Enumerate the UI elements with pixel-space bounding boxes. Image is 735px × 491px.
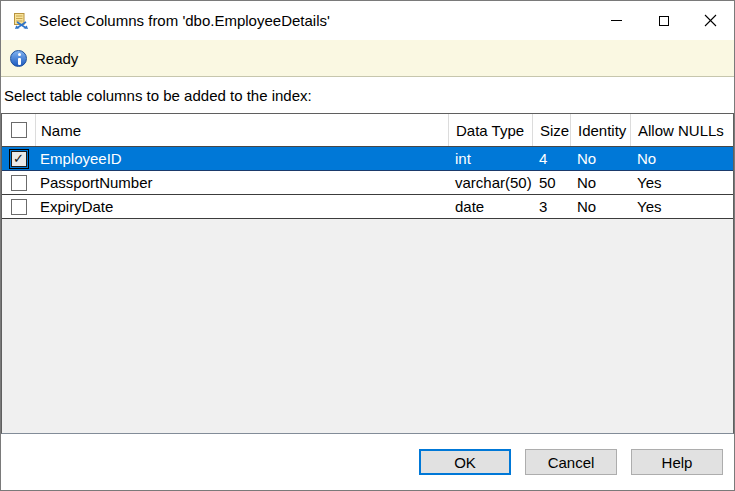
status-bar: Ready — [1, 40, 734, 77]
cell-allow-nulls: No — [630, 147, 733, 170]
cell-data-type: varchar(50) — [448, 171, 532, 194]
row-checkbox-cell[interactable]: ✓ — [2, 147, 35, 170]
grid-header-row: Name Data Type Size Identity Allow NULLs — [2, 114, 733, 147]
header-size[interactable]: Size — [532, 114, 570, 146]
row-checkbox[interactable] — [11, 199, 27, 215]
cell-size: 4 — [532, 147, 570, 170]
status-text: Ready — [35, 50, 78, 67]
cell-allow-nulls: Yes — [630, 171, 733, 194]
row-checkbox[interactable]: ✓ — [11, 151, 27, 167]
select-all-checkbox[interactable] — [11, 122, 27, 138]
close-icon — [704, 14, 717, 27]
cell-data-type: date — [448, 195, 532, 218]
cell-data-type: int — [448, 147, 532, 170]
cell-identity: No — [570, 147, 630, 170]
cell-identity: No — [570, 195, 630, 218]
header-name[interactable]: Name — [35, 114, 448, 146]
header-data-type[interactable]: Data Type — [448, 114, 532, 146]
cell-name: PassportNumber — [35, 171, 448, 194]
window-controls — [593, 1, 734, 40]
table-row-passportnumber[interactable]: PassportNumber varchar(50) 50 No Yes — [2, 171, 733, 195]
button-panel: OK Cancel Help — [1, 434, 734, 490]
select-columns-dialog: Select Columns from 'dbo.EmployeeDetails… — [0, 0, 735, 491]
maximize-button[interactable] — [640, 1, 687, 40]
row-checkbox-cell[interactable] — [2, 195, 35, 218]
table-row-expirydate[interactable]: ExpiryDate date 3 No Yes — [2, 195, 733, 219]
index-columns-icon — [13, 13, 29, 29]
instruction-label: Select table columns to be added to the … — [4, 87, 312, 104]
row-checkbox-cell[interactable] — [2, 171, 35, 194]
help-button[interactable]: Help — [631, 449, 723, 475]
columns-grid: Name Data Type Size Identity Allow NULLs… — [1, 113, 734, 434]
cell-name: ExpiryDate — [35, 195, 448, 218]
header-identity[interactable]: Identity — [570, 114, 630, 146]
header-select-all-cell[interactable] — [2, 114, 35, 146]
row-checkbox[interactable] — [11, 175, 27, 191]
table-row-employeeid[interactable]: ✓ EmployeeID int 4 No No — [2, 147, 733, 171]
cell-identity: No — [570, 171, 630, 194]
cell-size: 50 — [532, 171, 570, 194]
title-bar: Select Columns from 'dbo.EmployeeDetails… — [1, 1, 734, 40]
maximize-icon — [659, 16, 669, 26]
grid-empty-area — [2, 219, 733, 433]
ok-button[interactable]: OK — [419, 449, 511, 475]
cell-allow-nulls: Yes — [630, 195, 733, 218]
instruction-area: Select table columns to be added to the … — [1, 77, 734, 113]
cell-size: 3 — [532, 195, 570, 218]
cancel-button[interactable]: Cancel — [525, 449, 617, 475]
info-icon — [10, 50, 27, 67]
header-allow-nulls[interactable]: Allow NULLs — [630, 114, 733, 146]
close-button[interactable] — [687, 1, 734, 40]
cell-name: EmployeeID — [35, 147, 448, 170]
minimize-icon — [611, 20, 622, 21]
minimize-button[interactable] — [593, 1, 640, 40]
window-title: Select Columns from 'dbo.EmployeeDetails… — [39, 12, 330, 29]
